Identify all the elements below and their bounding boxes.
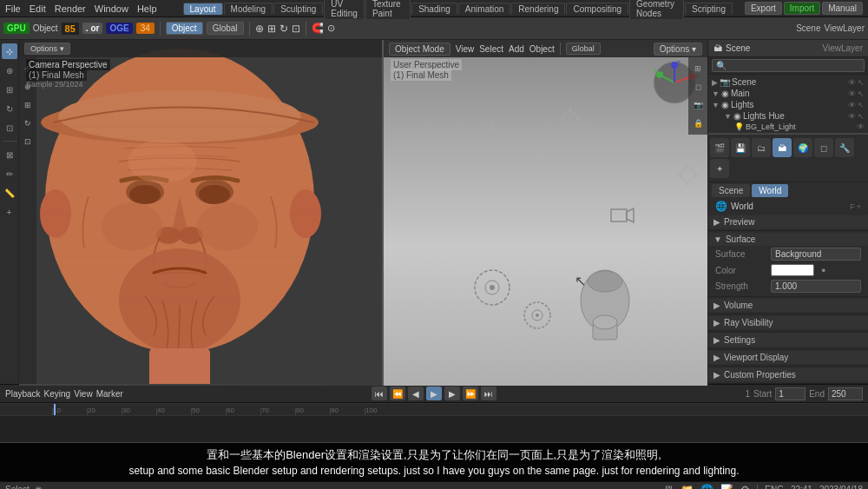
layout-tab-sculpting[interactable]: Sculpting [273, 3, 323, 15]
strength-value[interactable]: 1.000 [771, 280, 861, 293]
keying-menu[interactable]: Keying [44, 389, 71, 399]
gear-light-obj[interactable] [466, 261, 518, 315]
menu-help[interactable]: Help [137, 3, 157, 14]
main-cursor-icon[interactable]: ↖ [858, 89, 865, 98]
prop-view-layer-icon[interactable]: 🗂 [752, 138, 771, 157]
import-button[interactable]: Import [784, 2, 820, 15]
outliner-search-input[interactable] [712, 59, 865, 72]
layout-tab-modeling[interactable]: Modeling [224, 3, 273, 15]
view-all-icon[interactable]: ⊞ [690, 61, 706, 76]
prop-output-icon[interactable]: 💾 [731, 138, 750, 157]
light-obj-2[interactable] [557, 105, 583, 133]
select-tool-icon[interactable]: ⊕ [255, 23, 264, 35]
gear-light-small[interactable] [518, 296, 557, 337]
layout-tab-animation[interactable]: Animation [458, 3, 510, 15]
tree-item-lights[interactable]: ▼ ◉ Lights 👁 ↖ [708, 99, 868, 110]
world-tab[interactable]: World [752, 184, 788, 197]
right-viewport[interactable]: Object Mode View Select Add Object Globa… [384, 40, 707, 386]
tree-item-bg-left[interactable]: 💡 BG_Left_Light 👁 [708, 122, 868, 132]
win-icon-1[interactable]: 🖥 [663, 484, 674, 490]
select-tool[interactable]: ⊹ [2, 43, 17, 59]
export-button[interactable]: Export [745, 2, 782, 15]
prev-keyframe-btn[interactable]: ⏪ [390, 387, 405, 400]
win-icon-5[interactable]: ⚙ [740, 484, 750, 490]
jump-start-btn[interactable]: ⏮ [372, 387, 387, 400]
menu-file[interactable]: File [5, 3, 21, 14]
scale-tool[interactable]: ⊡ [2, 120, 17, 135]
layout-tab-uv[interactable]: UV Editing [324, 0, 365, 19]
layout-tab-scripting[interactable]: Scripting [685, 3, 733, 15]
play-btn[interactable]: ▶ [426, 387, 442, 400]
surface-header[interactable]: ▼ Surface [708, 233, 868, 246]
tree-item-camera[interactable]: ▶ 📷 Scene 👁 ↖ [708, 76, 868, 88]
menu-render[interactable]: Render [55, 3, 86, 14]
scene-tab[interactable]: Scene [712, 184, 750, 197]
background-value[interactable]: Background [771, 248, 861, 261]
layout-tab-texture[interactable]: Texture Paint [365, 0, 411, 19]
color-swatch[interactable] [771, 264, 814, 276]
layout-tab-shading[interactable]: Shading [411, 3, 457, 15]
world-fake-user-icon[interactable]: F [850, 202, 855, 211]
layout-tab-geonodes[interactable]: Geometry Nodes [629, 0, 684, 19]
win-icon-4[interactable]: 📝 [720, 484, 733, 490]
end-frame-input[interactable] [828, 387, 863, 400]
menu-edit[interactable]: Edit [30, 3, 46, 14]
next-keyframe-btn[interactable]: ⏩ [463, 387, 478, 400]
layout-tab-layout[interactable]: Layout [183, 3, 223, 15]
camera-cursor-icon[interactable]: ↖ [858, 78, 865, 87]
prop-render-icon[interactable]: 🎬 [710, 138, 729, 157]
mode-dropdown[interactable]: Object Mode [389, 43, 450, 56]
manual-button[interactable]: Manual [822, 2, 863, 15]
prop-modifier-icon[interactable]: 🔧 [835, 138, 854, 157]
tool-4[interactable]: ↻ [20, 116, 36, 131]
timeline-playhead[interactable] [54, 404, 56, 415]
measure-tool[interactable]: 📏 [2, 185, 17, 201]
menu-window[interactable]: Window [95, 3, 128, 14]
scale-tool-icon[interactable]: ⊡ [292, 23, 300, 35]
tree-item-lights-hue[interactable]: ▼ ◉ Lights Hue 👁 ↖ [708, 110, 868, 122]
prop-scene-icon[interactable]: 🏔 [773, 138, 792, 157]
jump-end-btn[interactable]: ⏭ [481, 387, 496, 400]
lights-hue-eye[interactable]: 👁 [848, 112, 856, 121]
camera-view-icon[interactable]: 📷 [690, 97, 706, 113]
light-obj-1[interactable] [479, 122, 505, 150]
scene-options-btn[interactable]: Options ▾ [654, 43, 702, 56]
snap-icon[interactable]: 🧲 [312, 23, 324, 34]
tool-3[interactable]: ⊞ [20, 97, 36, 113]
lock-camera-icon[interactable]: 🔒 [690, 116, 706, 131]
camera-3d-object[interactable] [609, 205, 635, 228]
add-menu[interactable]: Add [509, 44, 524, 54]
select-menu[interactable]: Select [479, 44, 503, 54]
playback-menu[interactable]: Playback [5, 389, 41, 399]
timeline-area[interactable]: 10 20 30 40 50 60 70 80 90 100 [0, 403, 868, 442]
layout-tab-compositing[interactable]: Compositing [566, 3, 628, 15]
lights-cursor-icon[interactable]: ↖ [858, 101, 865, 109]
toolbar-global-btn[interactable]: Global [207, 22, 244, 35]
rotate-tool-icon[interactable]: ↻ [279, 23, 288, 35]
settings-header[interactable]: ▶ Settings [708, 334, 868, 347]
left-viewport[interactable]: Options ▾ Camera Perspective (1) Final M… [19, 40, 384, 386]
transform-tool[interactable]: ⊠ [2, 147, 17, 162]
custom-props-header[interactable]: ▶ Custom Properties [708, 368, 868, 381]
bg-left-eye[interactable]: 👁 [857, 122, 865, 131]
local-view-icon[interactable]: ◻ [690, 79, 706, 95]
win-icon-3[interactable]: 🌐 [700, 484, 713, 490]
tool-5[interactable]: ⊡ [20, 134, 36, 149]
object-menu[interactable]: Object [529, 44, 555, 54]
grab-tool-icon[interactable]: ⊞ [267, 23, 276, 35]
lights-hue-cursor[interactable]: ↖ [858, 112, 865, 121]
view-menu[interactable]: View [456, 44, 475, 54]
rotate-tool[interactable]: ↻ [2, 101, 17, 116]
cursor-tool[interactable]: ⊕ [2, 63, 17, 78]
marker-menu[interactable]: Marker [96, 389, 123, 399]
ray-visibility-header[interactable]: ▶ Ray Visibility [708, 316, 868, 329]
prev-frame-btn[interactable]: ◀ [408, 387, 424, 400]
lights-eye-icon[interactable]: 👁 [848, 101, 856, 109]
main-eye-icon[interactable]: 👁 [848, 89, 856, 98]
view-menu[interactable]: View [74, 389, 93, 399]
preview-header[interactable]: ▶ Preview [708, 215, 868, 228]
proportional-icon[interactable]: ⊙ [327, 23, 335, 34]
light-obj-3[interactable] [674, 162, 700, 189]
world-new-icon[interactable]: + [857, 202, 861, 211]
global-dropdown[interactable]: Global [566, 43, 601, 55]
